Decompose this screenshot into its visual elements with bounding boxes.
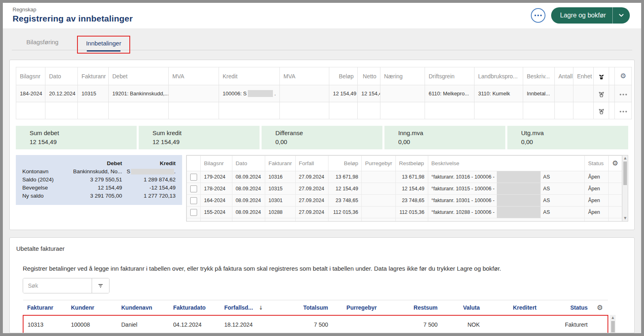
col-dato: Dato (45, 67, 78, 85)
lower-area: Debet Kredit Kontonavn Bankinnskudd, No.… (16, 155, 628, 222)
kredit-name-prefix: S (127, 168, 130, 174)
sum-label: Differanse (275, 129, 382, 136)
col-driftsgrein: Driftsgrein (425, 67, 474, 85)
cell-bilagsnr: 184-2024 (16, 85, 45, 102)
cell-beskrivelse: °fakturanr. 10316 - 100006 - AS (428, 171, 585, 183)
col-forfallsdato[interactable]: Forfallsd... ↓ (220, 300, 273, 316)
chevron-down-icon[interactable] (613, 12, 630, 19)
unpaid-invoice-row[interactable]: 10313 100008 Daniel 04.12.2024 18.12.202… (23, 315, 608, 333)
unpaid-table-area: Fakturanr Kundenr Kundenavn Fakturadato … (23, 300, 628, 333)
open-invoices-scrollbar[interactable]: ▲ ▼ (622, 155, 628, 221)
col-beskrivelse: Beskrivelse (428, 156, 585, 171)
entry-row-empty[interactable] (16, 102, 632, 119)
cell-kredit: 100006: S . (219, 85, 280, 102)
scroll-up-icon[interactable]: ▲ (612, 316, 614, 320)
scrollbar-track (609, 85, 615, 102)
scroll-down-icon[interactable]: ▼ (624, 216, 626, 220)
col-fakturanr[interactable]: Fakturanr (23, 300, 67, 316)
entry-row[interactable]: 184-2024 20.12.2024 10315 19201: Bankinn… (16, 85, 632, 102)
unpaid-header-row: Fakturanr Kundenr Kundenavn Fakturadato … (23, 300, 608, 316)
search-input[interactable] (23, 278, 92, 293)
cell-kreditert (484, 315, 541, 333)
sum-value: 0,00 (275, 138, 382, 145)
spacer (22, 160, 64, 166)
col-restsum[interactable]: Restsum (381, 300, 442, 316)
kredit-account-suffix: . (274, 90, 276, 97)
cell-status: Fakturert (541, 315, 592, 333)
gear-icon[interactable]: ⚙ (612, 159, 618, 167)
open-invoice-row[interactable]: 155-2024 08.09.2024 10288 27.09.2024 112… (187, 207, 622, 218)
tab-innbetalinger[interactable]: Innbetalinger (80, 40, 127, 52)
cell-valuta: NOK (442, 315, 484, 333)
beskrivelse-suffix: AS (543, 186, 550, 192)
row-checkbox[interactable] (190, 185, 197, 192)
entry-table-header-row: Bilagsnr Dato Fakturanr Debet MVA Kredit… (16, 67, 632, 85)
col-status[interactable]: Status (541, 300, 592, 316)
cell-empty (78, 102, 109, 119)
open-invoice-row[interactable]: 164-2024 08.09.2024 10301 27.09.2024 23 … (187, 195, 622, 207)
scroll-up-icon[interactable]: ▲ (624, 156, 626, 160)
open-invoice-row[interactable]: 178-2024 08.09.2024 10315 27.09.2024 12 … (187, 183, 622, 195)
summary-kredit-value: -12 154,49 (122, 185, 176, 191)
summary-row-label: Saldo (2024) (22, 177, 64, 183)
col-netto: Netto (358, 67, 380, 85)
cell-empty (395, 218, 428, 222)
cell-antall (555, 85, 573, 102)
app-window: Regnskap Registrering av innbetalinger L… (0, 0, 644, 336)
col-forfallsdato-label: Forfallsd... (224, 304, 253, 311)
col-kundenr[interactable]: Kundenr (67, 300, 117, 316)
gear-icon[interactable]: ⚙ (597, 304, 603, 312)
row-plant-button[interactable] (594, 85, 609, 102)
cell-mva-debet (169, 85, 219, 102)
col-naering: Næring (380, 67, 425, 85)
cell-fakturanr: 10313 (23, 315, 67, 333)
open-invoices-table-wrap: Bilagsnr Dato Fakturanr Forfall Beløp Pu… (186, 155, 628, 222)
col-valuta[interactable]: Valuta (442, 300, 484, 316)
cell-restbelop: 12 154,49 (395, 183, 428, 195)
cell-actions (608, 171, 622, 183)
sum-value: 0,00 (398, 138, 505, 145)
cell-dato: 08.09.2024 (232, 195, 265, 207)
cell-restbelop: 112 015,36 (395, 207, 428, 218)
col-fakturanr: Fakturanr (78, 67, 109, 85)
row-menu-icon[interactable] (620, 111, 627, 112)
cell-kundenavn: Daniel (117, 315, 169, 333)
col-purregebyr[interactable]: Purregebyr (332, 300, 381, 316)
unpaid-table-settings[interactable]: ⚙ (592, 300, 608, 316)
cell-dato: 08.09.2024 (232, 183, 265, 195)
cell-empty (523, 102, 555, 119)
summary-debet-value: 12 154,49 (64, 185, 122, 191)
cell-empty (573, 102, 594, 119)
row-checkbox[interactable] (190, 174, 197, 181)
tab-innbetalinger-label: Innbetalinger (86, 40, 121, 47)
open-invoices-settings[interactable]: ⚙ (608, 156, 622, 171)
filter-button[interactable] (92, 278, 109, 293)
cell-beskrivelse: Innbetal... (523, 85, 555, 102)
row-checkbox[interactable] (190, 209, 197, 216)
cell-belop: 12 154,49 (328, 183, 362, 195)
col-totalsum[interactable]: Totalsum (273, 300, 332, 316)
row-menu-icon[interactable] (620, 94, 627, 95)
open-invoice-row[interactable]: 179-2024 08.09.2024 10316 27.09.2024 13 … (187, 171, 622, 183)
scrollbar-thumb[interactable] (611, 321, 615, 332)
col-fakturadato[interactable]: Fakturadato (169, 300, 220, 316)
cell-netto: 12 154,49 (358, 85, 380, 102)
tab-bilagsforing[interactable]: Bilagsføring (19, 39, 66, 54)
row-menu-button[interactable] (615, 102, 632, 119)
sum-kredit: Sum kredit 12 154,49 (139, 126, 260, 149)
col-kundenavn[interactable]: Kundenavn (117, 300, 169, 316)
save-and-post-button[interactable]: Lagre og bokfør (551, 7, 630, 24)
more-options-button[interactable] (531, 8, 545, 23)
unpaid-table-scrollbar[interactable]: ▲ (610, 315, 616, 333)
row-checkbox[interactable] (190, 197, 197, 204)
col-kreditert[interactable]: Kreditert (484, 300, 541, 316)
row-menu-button[interactable] (615, 85, 632, 102)
entry-table-settings[interactable]: ⚙ (615, 67, 632, 85)
scrollbar-thumb[interactable] (623, 162, 627, 185)
gear-icon[interactable]: ⚙ (620, 72, 626, 80)
row-plant-button[interactable] (594, 102, 609, 119)
sort-descending-icon: ↓ (259, 305, 263, 311)
cell-forfallsdato: 18.12.2024 (220, 315, 273, 333)
entry-table-mini-scrollbar[interactable] (609, 67, 615, 85)
cell-bilagsnr: 155-2024 (201, 207, 232, 218)
